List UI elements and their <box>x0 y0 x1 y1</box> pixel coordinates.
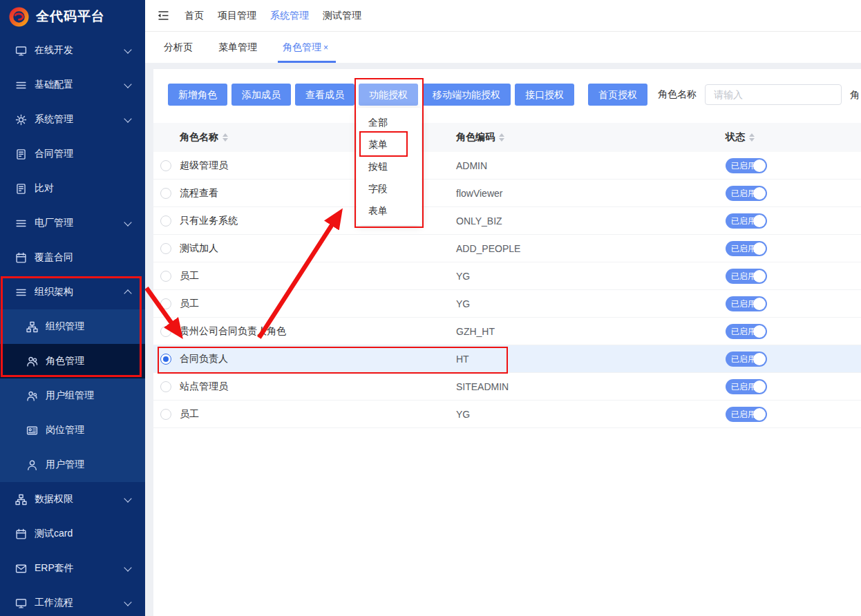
dropdown-item[interactable]: 菜单 <box>357 133 422 155</box>
table-row[interactable]: 合同负责人HT已启用 <box>153 345 861 373</box>
status-toggle[interactable]: 已启用 <box>726 241 767 256</box>
sidebar-item[interactable]: 测试card <box>0 517 145 551</box>
sidebar-item[interactable]: 覆盖合同 <box>0 240 145 275</box>
clipped-next-filter-label: 角 <box>850 89 860 102</box>
status-toggle[interactable]: 已启用 <box>726 213 767 229</box>
status-toggle[interactable]: 已启用 <box>726 269 767 284</box>
column-header-label: 角色编码 <box>456 131 495 144</box>
tab-item[interactable]: 分析页 <box>162 41 194 63</box>
table-row[interactable]: 员工YG已启用 <box>153 262 861 290</box>
sidebar-item[interactable]: 在线开发 <box>0 33 145 68</box>
sidebar-subitem[interactable]: 岗位管理 <box>0 413 145 447</box>
toolbar-button[interactable]: 移动端功能授权 <box>422 84 511 106</box>
row-radio[interactable] <box>160 215 171 227</box>
sidebar-item[interactable]: ERP套件 <box>0 551 145 586</box>
row-radio[interactable] <box>160 188 171 199</box>
status-toggle-label: 已启用 <box>731 244 756 253</box>
topnav-item[interactable]: 项目管理 <box>218 10 256 22</box>
column-header-label: 角色名称 <box>180 131 218 144</box>
toolbar-button[interactable]: 添加成员 <box>231 84 291 106</box>
status-toggle[interactable]: 已启用 <box>726 158 767 173</box>
table-row[interactable]: 员工YG已启用 <box>153 401 861 428</box>
table-row[interactable]: 只有业务系统ONLY_BIZ已启用 <box>153 207 861 235</box>
sort-desc-icon <box>749 138 755 142</box>
sort-carets-icon <box>223 133 228 142</box>
toolbar-button[interactable]: 首页授权 <box>588 84 647 106</box>
org-icon <box>15 494 27 506</box>
sidebar: 全代码平台 在线开发基础配置系统管理合同管理比对电厂管理覆盖合同组织架构组织管理… <box>0 0 145 616</box>
role-name-filter: 角色名称 <box>658 84 842 106</box>
tab-item[interactable]: 菜单管理 <box>217 41 258 63</box>
role-name-cell: 员工 <box>180 408 456 421</box>
row-radio[interactable] <box>160 409 171 420</box>
table-row[interactable]: 员工YG已启用 <box>153 290 861 318</box>
sidebar-item[interactable]: 数据权限 <box>0 482 145 517</box>
role-code-cell: flowViewer <box>456 188 726 199</box>
list-icon <box>15 287 27 298</box>
sidebar-item[interactable]: 基础配置 <box>0 68 145 102</box>
status-toggle[interactable]: 已启用 <box>726 186 767 201</box>
status-toggle[interactable]: 已启用 <box>726 324 767 339</box>
sidebar-item[interactable]: 比对 <box>0 171 145 206</box>
role-name-input[interactable] <box>705 84 842 105</box>
sidebar-item[interactable]: 合同管理 <box>0 137 145 171</box>
row-radio[interactable] <box>160 298 171 309</box>
status-toggle-label: 已启用 <box>731 189 756 198</box>
tab-close-icon[interactable]: × <box>323 43 328 52</box>
sidebar-subitem[interactable]: 组织管理 <box>0 309 145 344</box>
topnav-item[interactable]: 首页 <box>184 10 204 22</box>
role-name-cell: 测试加人 <box>180 242 456 255</box>
sidebar-subitem[interactable]: 用户组管理 <box>0 378 145 413</box>
sidebar-subitem-label: 用户管理 <box>46 459 84 471</box>
column-header[interactable]: 状态 <box>726 131 755 144</box>
toolbar-button[interactable]: 功能授权 <box>359 84 418 106</box>
list-icon <box>15 218 27 229</box>
table-row[interactable]: 站点管理员SITEADMIN已启用 <box>153 373 861 401</box>
table-row[interactable]: 超级管理员ADMIN已启用 <box>153 152 861 180</box>
user-icon <box>26 459 38 471</box>
topnav-item[interactable]: 测试管理 <box>323 10 361 22</box>
table-row[interactable]: 贵州公司合同负责人角色GZH_HT已启用 <box>153 318 861 345</box>
table-row[interactable]: 测试加人ADD_PEOPLE已启用 <box>153 235 861 262</box>
row-radio[interactable] <box>160 326 171 337</box>
column-header[interactable]: 角色编码 <box>456 131 726 144</box>
sidebar-item[interactable]: 电厂管理 <box>0 206 145 240</box>
sidebar-item[interactable]: 组织架构 <box>0 275 145 309</box>
toolbar-button[interactable]: 新增角色 <box>168 84 227 106</box>
dropdown-item[interactable]: 字段 <box>357 177 422 200</box>
row-radio[interactable] <box>160 160 171 171</box>
role-code-cell: YG <box>456 409 726 420</box>
role-name-cell: 员工 <box>180 270 456 282</box>
row-radio[interactable] <box>160 354 171 365</box>
sidebar-item[interactable]: 工作流程 <box>0 586 145 616</box>
tab-active[interactable]: 角色管理× <box>281 41 330 63</box>
table-row[interactable]: 流程查看flowViewer已启用 <box>153 180 861 207</box>
table-body: 超级管理员ADMIN已启用流程查看flowViewer已启用只有业务系统ONLY… <box>153 152 861 428</box>
menu-fold-icon[interactable] <box>157 9 170 22</box>
sort-asc-icon <box>749 133 755 137</box>
audit-icon <box>15 183 27 195</box>
row-radio[interactable] <box>160 381 171 392</box>
sidebar-subitem[interactable]: 角色管理 <box>0 344 145 378</box>
sidebar-item-label: 电厂管理 <box>35 217 73 229</box>
calendar-icon <box>15 252 27 264</box>
dropdown-item[interactable]: 按钮 <box>357 155 422 177</box>
toolbar-button[interactable]: 查看成员 <box>295 84 354 106</box>
status-toggle[interactable]: 已启用 <box>726 407 767 422</box>
status-toggle[interactable]: 已启用 <box>726 379 767 394</box>
row-radio[interactable] <box>160 271 171 282</box>
role-name-cell: 贵州公司合同负责人角色 <box>180 325 456 338</box>
status-toggle[interactable]: 已启用 <box>726 352 767 367</box>
sidebar-subitem[interactable]: 用户管理 <box>0 447 145 482</box>
role-table: 角色名称角色编码状态 超级管理员ADMIN已启用流程查看flowViewer已启… <box>153 123 861 428</box>
row-radio[interactable] <box>160 243 171 254</box>
toolbar-button[interactable]: 接口授权 <box>515 84 574 106</box>
dropdown-item[interactable]: 表单 <box>357 200 422 222</box>
tab-label: 分析页 <box>164 41 193 52</box>
topnav-item[interactable]: 系统管理 <box>270 10 309 22</box>
status-toggle[interactable]: 已启用 <box>726 296 767 311</box>
sidebar-item[interactable]: 系统管理 <box>0 102 145 137</box>
role-name-cell: 合同负责人 <box>180 353 456 365</box>
tab-label: 菜单管理 <box>218 41 257 52</box>
dropdown-item[interactable]: 全部 <box>357 111 422 133</box>
